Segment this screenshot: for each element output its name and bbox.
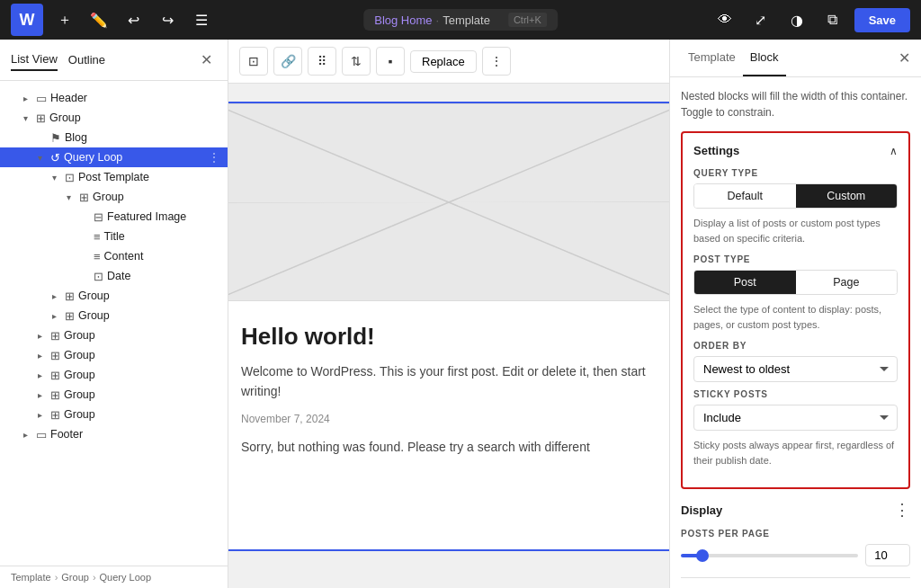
replace-button[interactable]: Replace: [410, 50, 477, 73]
dark-mode-button[interactable]: ◑: [782, 5, 811, 34]
tree-label-post-template: Post Template: [78, 171, 149, 183]
tree-item-group-7[interactable]: ▸ ⊞ Group: [0, 365, 228, 385]
breadcrumb-item-query-loop[interactable]: Query Loop: [100, 572, 151, 583]
keyboard-shortcut: Ctrl+K: [508, 13, 547, 27]
wp-logo: W: [11, 4, 43, 36]
save-button[interactable]: Save: [854, 8, 910, 32]
display-more-button[interactable]: ⋮: [894, 500, 910, 520]
tree-label-group: Group: [49, 111, 81, 124]
breadcrumb: Template › Group › Query Loop: [0, 566, 228, 588]
query-type-default-button[interactable]: Default: [694, 184, 796, 208]
group-icon: ⊞: [79, 191, 89, 204]
footer-icon: ▭: [36, 428, 47, 441]
post-type-label: POST TYPE: [693, 254, 898, 264]
order-by-select[interactable]: Newest to oldest: [693, 356, 898, 382]
post-type-page-button[interactable]: Page: [796, 271, 898, 294]
breadcrumb-item-group[interactable]: Group: [61, 572, 89, 583]
sticky-posts-select[interactable]: Include: [693, 405, 898, 431]
tree-item-group-9[interactable]: ▸ ⊞ Group: [0, 405, 228, 424]
expand-icon: ▸: [18, 427, 32, 441]
group-icon: ⊞: [50, 408, 60, 422]
resize-button[interactable]: ⤢: [747, 5, 775, 34]
add-block-button[interactable]: ＋: [50, 5, 79, 34]
document-overview-button[interactable]: ☰: [187, 5, 216, 34]
outline-tab[interactable]: Outline: [68, 49, 105, 70]
tree-item-group-8[interactable]: ▸ ⊞ Group: [0, 385, 228, 405]
settings-section: Settings ∧ QUERY TYPE Default Custom Dis…: [681, 131, 910, 489]
top-bar: W ＋ ✏️ ↩ ↪ ☰ Blog Home · Template Ctrl+K…: [0, 0, 921, 40]
tree-item-query-loop[interactable]: ▾ ↺ Query Loop ⋮: [0, 147, 228, 167]
sticky-posts-label: STICKY POSTS: [693, 389, 898, 399]
block-tab[interactable]: Block: [743, 40, 786, 76]
settings-title: Settings: [693, 144, 739, 157]
post-type-desc: Select the type of content to display: p…: [693, 302, 898, 332]
breadcrumb-sep: ›: [93, 572, 96, 583]
post-type-toggle-group: Post Page: [693, 270, 898, 295]
canvas-footer-text: Sorry, but nothing was found. Please try…: [241, 440, 657, 454]
expand-icon: ▾: [47, 170, 61, 184]
tree-item-title[interactable]: ▸ ≡ Title: [0, 227, 228, 246]
tree-item-header[interactable]: ▸ ▭ Header: [0, 88, 228, 108]
group-icon: ⊞: [65, 290, 75, 303]
view-button[interactable]: 👁: [711, 5, 739, 34]
group-icon: ⊞: [50, 349, 60, 362]
settings-collapse-button[interactable]: ∧: [890, 145, 898, 157]
posts-per-page-slider[interactable]: [681, 554, 858, 557]
redo-button[interactable]: ↪: [153, 5, 182, 34]
tree-label-content: Content: [104, 250, 144, 263]
tree-item-post-template[interactable]: ▾ ⊡ Post Template: [0, 167, 228, 187]
sidebar-close-button[interactable]: ✕: [195, 49, 217, 71]
select-button[interactable]: ⊡: [239, 47, 268, 76]
editor-layout-button[interactable]: ⧉: [818, 5, 847, 34]
sticky-posts-desc: Sticky posts always appear first, regard…: [693, 438, 898, 468]
tree-item-footer[interactable]: ▸ ▭ Footer: [0, 424, 228, 444]
date-icon: ⊡: [94, 270, 103, 283]
expand-icon: ▸: [76, 229, 90, 244]
tree-item-group-4[interactable]: ▸ ⊞ Group: [0, 306, 228, 325]
more-options-canvas-button[interactable]: ⋮: [482, 47, 511, 76]
canvas-area: ⊡ 🔗 ⠿ ⇅ ▪ Replace ⋮ Hello world! Wel: [228, 40, 669, 588]
tree-label-featured-image: Featured Image: [107, 210, 186, 223]
template-tab[interactable]: Template: [681, 40, 743, 76]
query-type-custom-button[interactable]: Custom: [796, 184, 898, 208]
sidebar-header: List View Outline ✕: [0, 40, 228, 81]
tree-item-content[interactable]: ▸ ≡ Content: [0, 246, 228, 266]
main-layout: List View Outline ✕ ▸ ▭ Header ▾ ⊞ Group…: [0, 40, 921, 588]
more-options-button[interactable]: ⋮: [208, 150, 220, 165]
move-up-down-button[interactable]: ⇅: [342, 47, 371, 76]
tree-label-query-loop: Query Loop: [64, 151, 122, 164]
title-template: Template: [443, 13, 490, 27]
posts-per-page-number[interactable]: [865, 544, 910, 566]
right-sidebar-body: Nested blocks will fill the width of thi…: [670, 77, 921, 588]
blog-home-link[interactable]: Blog Home: [374, 13, 432, 27]
settings-header: Settings ∧: [693, 144, 898, 157]
post-type-post-button[interactable]: Post: [694, 271, 796, 294]
tools-button[interactable]: ✏️: [85, 5, 113, 34]
block-type-button[interactable]: ▪: [376, 47, 405, 76]
title-icon: ≡: [94, 230, 101, 244]
tree-item-date[interactable]: ▸ ⊡ Date: [0, 266, 228, 286]
tree-item-blog[interactable]: ▸ ⚑ Blog: [0, 128, 228, 147]
link-button[interactable]: 🔗: [273, 47, 302, 76]
tree-label-group-6: Group: [64, 349, 95, 361]
drag-handle[interactable]: ⠿: [308, 47, 336, 76]
left-sidebar: List View Outline ✕ ▸ ▭ Header ▾ ⊞ Group…: [0, 40, 228, 588]
title-separator: ·: [436, 13, 440, 27]
tree-item-featured-image[interactable]: ▸ ⊟ Featured Image: [0, 207, 228, 227]
undo-button[interactable]: ↩: [119, 5, 148, 34]
breadcrumb-item-template[interactable]: Template: [11, 572, 51, 583]
tree-label-group-3: Group: [78, 290, 110, 302]
right-sidebar-close-button[interactable]: ✕: [899, 49, 910, 67]
tree-item-group-3[interactable]: ▸ ⊞ Group: [0, 286, 228, 306]
tree-label-group-8: Group: [64, 388, 95, 401]
expand-icon: ▾: [61, 190, 76, 204]
tree-item-group-5[interactable]: ▸ ⊞ Group: [0, 325, 228, 345]
query-loop-icon: ↺: [50, 151, 60, 165]
group-icon: ⊞: [36, 111, 46, 125]
query-type-toggle-group: Default Custom: [693, 183, 898, 209]
tree-item-group-6[interactable]: ▸ ⊞ Group: [0, 345, 228, 365]
tree-item-group-1[interactable]: ▾ ⊞ Group: [0, 108, 228, 128]
list-view-tab[interactable]: List View: [11, 49, 58, 71]
tree-item-group-2[interactable]: ▾ ⊞ Group: [0, 187, 228, 207]
order-by-label: ORDER BY: [693, 341, 898, 351]
